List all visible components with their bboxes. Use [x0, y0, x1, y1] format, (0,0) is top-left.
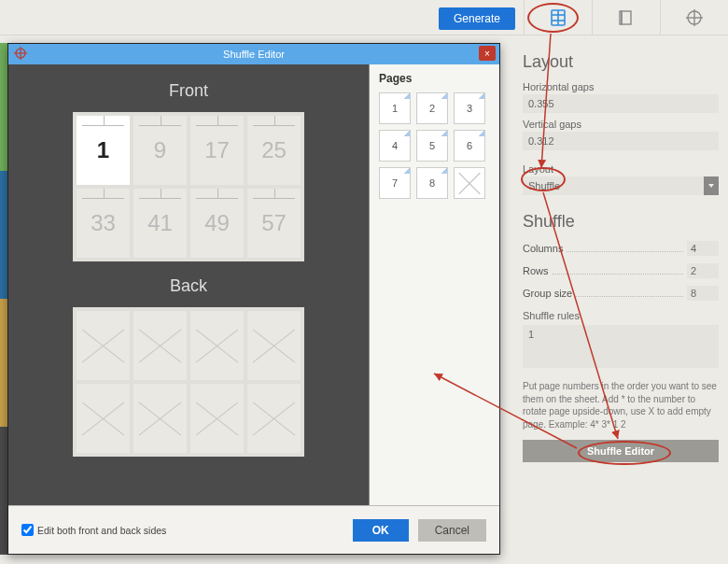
- back-sheet: [73, 307, 304, 457]
- page-thumb[interactable]: 3: [454, 92, 485, 124]
- back-heading: Back: [27, 276, 350, 296]
- front-cell[interactable]: 17: [190, 116, 244, 185]
- group-label: Group size: [523, 288, 572, 299]
- close-button[interactable]: ×: [479, 46, 496, 61]
- workspace-edge: [0, 43, 7, 555]
- sheet-preview-area: Front 19172533414957 Back: [8, 64, 369, 505]
- shuffle-editor-dialog: Shuffle Editor × Front 19172533414957 Ba…: [7, 43, 500, 555]
- page-thumb[interactable]: 8: [416, 167, 448, 199]
- front-cell[interactable]: 25: [247, 116, 301, 185]
- edit-both-label: Edit both front and back sides: [37, 525, 166, 536]
- ok-button[interactable]: OK: [353, 519, 409, 542]
- page-thumb[interactable]: 1: [379, 92, 411, 124]
- back-cell[interactable]: [77, 384, 130, 453]
- page-thumb-blank[interactable]: [454, 167, 485, 199]
- dialog-titlebar: Shuffle Editor ×: [8, 44, 499, 64]
- back-cell[interactable]: [77, 311, 130, 380]
- layout-mode-select[interactable]: Shuffle: [523, 176, 719, 195]
- dialog-footer: Edit both front and back sides OK Cancel: [8, 505, 499, 554]
- cancel-button[interactable]: Cancel: [418, 519, 486, 542]
- layout-heading: Layout: [523, 52, 719, 72]
- page-thumbnails-grid: 12345678: [379, 92, 494, 199]
- back-cell[interactable]: [247, 311, 301, 380]
- front-cell[interactable]: 57: [247, 189, 301, 258]
- columns-row: Columns: [523, 241, 719, 256]
- chevron-down-icon: [704, 176, 719, 195]
- page-thumb[interactable]: 6: [454, 130, 485, 162]
- svg-rect-5: [620, 11, 622, 24]
- page-thumb[interactable]: 2: [416, 92, 448, 124]
- layout-panel: Layout Horizontal gaps Vertical gaps Lay…: [523, 45, 719, 462]
- front-cell[interactable]: 49: [190, 189, 244, 258]
- generate-button[interactable]: Generate: [439, 7, 515, 30]
- rules-help-text: Put page numbers in the order you want t…: [523, 380, 719, 430]
- pages-heading: Pages: [379, 72, 494, 85]
- front-heading: Front: [27, 81, 350, 101]
- back-cell[interactable]: [190, 384, 244, 453]
- target-icon: [14, 47, 27, 63]
- vgap-input[interactable]: [523, 132, 719, 150]
- page-thumb[interactable]: 4: [379, 130, 411, 162]
- page-thumb[interactable]: 7: [379, 167, 411, 199]
- back-cell[interactable]: [133, 311, 187, 380]
- layout-mode-value: Shuffle: [523, 176, 704, 195]
- rules-label: Shuffle rules: [523, 310, 719, 321]
- layout-mode-label: Layout: [523, 163, 719, 175]
- back-cell[interactable]: [247, 384, 301, 453]
- rules-input[interactable]: 1: [523, 325, 719, 368]
- rows-row: Rows: [523, 263, 719, 278]
- group-input[interactable]: [687, 286, 719, 301]
- trim-icon[interactable]: [592, 0, 660, 35]
- shuffle-editor-button[interactable]: Shuffle Editor: [523, 440, 719, 462]
- crop-marks-icon[interactable]: [660, 0, 728, 35]
- svg-rect-4: [622, 11, 631, 24]
- hgap-input[interactable]: [523, 94, 719, 113]
- front-cell[interactable]: 33: [77, 189, 130, 258]
- front-cell[interactable]: 1: [77, 116, 130, 185]
- shuffle-heading: Shuffle: [523, 212, 719, 232]
- edit-both-checkbox[interactable]: [21, 524, 34, 536]
- page-thumb[interactable]: 5: [416, 130, 448, 162]
- pages-panel: Pages 12345678: [369, 64, 499, 505]
- top-toolbar: Generate: [0, 0, 728, 35]
- front-cell[interactable]: 41: [133, 189, 187, 258]
- rows-input[interactable]: [687, 263, 719, 278]
- layout-icon[interactable]: [524, 0, 592, 35]
- group-row: Group size: [523, 286, 719, 301]
- rows-label: Rows: [523, 265, 549, 276]
- columns-input[interactable]: [687, 241, 719, 256]
- back-cell[interactable]: [133, 384, 187, 453]
- back-cell[interactable]: [190, 311, 244, 380]
- front-sheet: 19172533414957: [73, 112, 304, 261]
- front-cell[interactable]: 9: [133, 116, 187, 185]
- vgap-label: Vertical gaps: [523, 119, 719, 130]
- hgap-label: Horizontal gaps: [523, 81, 719, 92]
- columns-label: Columns: [523, 243, 563, 254]
- dialog-title: Shuffle Editor: [223, 49, 285, 60]
- edit-both-checkbox-wrap[interactable]: Edit both front and back sides: [21, 524, 166, 536]
